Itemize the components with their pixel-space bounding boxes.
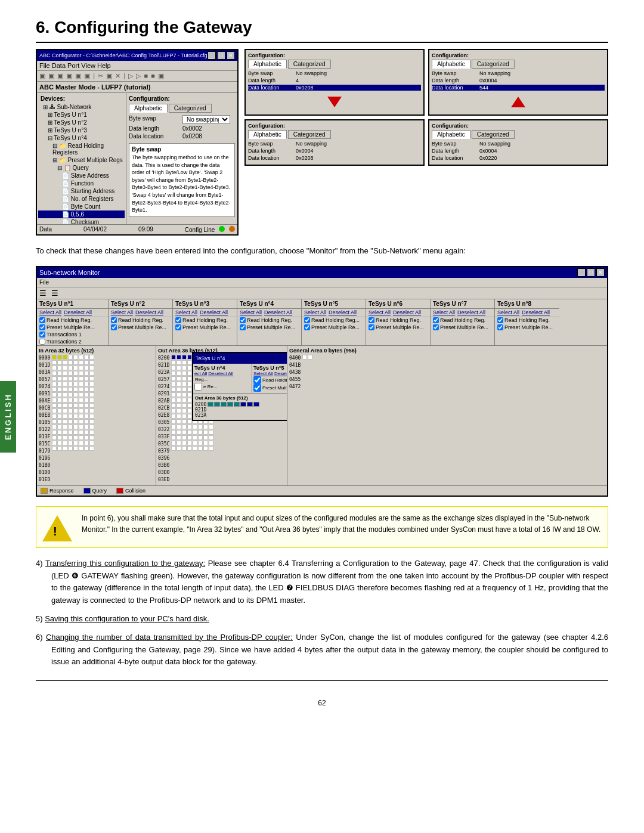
col3-desel-all[interactable]: Deselect All [200,309,228,315]
col2-chk2[interactable] [111,324,117,330]
col7-check-2[interactable]: Preset Multiple Re... [431,324,494,331]
config-tl-tab-alpha[interactable]: Alphabetic [248,60,287,69]
col4-chk2[interactable] [240,324,246,330]
col1-chk3[interactable] [39,332,45,337]
col8-chk1[interactable] [497,317,503,323]
inner-col5-chk-hold[interactable] [253,376,261,384]
byteswap-select[interactable]: No swapping [182,115,230,124]
tab-categorized[interactable]: Categorized [169,104,212,113]
col4-sel-row: Select All Deselect All [237,309,301,317]
config-tr-tab-cat[interactable]: Categorized [472,60,515,69]
tree-query[interactable]: ⊟ 📋 Query [38,164,125,172]
inner-col4-chk1[interactable]: e Re... [194,383,250,391]
config-bl-tab-alpha[interactable]: Alphabetic [248,130,287,139]
col6-check-1[interactable]: Read Holding Reg. [366,317,430,324]
col3-check-2[interactable]: Preset Multiple Re... [173,324,237,331]
col8-sel-all[interactable]: Select All [497,309,519,315]
col1-check-4[interactable]: Transactions 2 [37,338,108,345]
minimize-button[interactable]: _ [208,51,216,60]
col8-check-2[interactable]: Preset Multiple Re... [495,324,559,331]
col1-check-3[interactable]: Transactions 1 [37,331,108,338]
col8-check-1[interactable]: Read Holding Reg. [495,317,559,324]
col7-chk1[interactable] [433,317,439,323]
col6-check-2[interactable]: Preset Multiple Re... [366,324,430,331]
monitor-menubar[interactable]: File [37,278,607,287]
tree-slave-addr[interactable]: 📄 Slave Address [38,172,125,179]
tree-tesys4[interactable]: ⊟ TeSys U n°4 [38,134,125,142]
col7-chk2[interactable] [433,324,439,330]
col1-check-2[interactable]: Preset Multiple Re... [37,324,108,331]
col1-sel-all[interactable]: Select All [39,309,61,315]
tree-starting-addr[interactable]: 📄 Starting Address [38,187,125,195]
tree-read-holding[interactable]: ⊟ 📁 Read Holding Registers [38,142,125,156]
status-time: 09:09 [138,226,153,233]
col2-chk1[interactable] [111,317,117,323]
col2-sel-all[interactable]: Select All [111,309,133,315]
col5-chk2[interactable] [304,324,310,330]
inner-col5-deselall[interactable]: Deselect All [274,371,287,376]
col4-desel-all[interactable]: Deselect All [264,309,292,315]
col5-chk1[interactable] [304,317,310,323]
config-tr-tab-alpha[interactable]: Alphabetic [432,60,470,69]
col5-desel-all[interactable]: Deselect All [329,309,357,315]
tree-preset-multiple[interactable]: ⊞ 📁 Preset Multiple Regs [38,156,125,164]
tab-alphabetic[interactable]: Alphabetic [129,104,168,113]
col6-chk1[interactable] [369,317,374,323]
close-button[interactable]: ✕ [227,51,235,60]
col1-desel-all[interactable]: Deselect All [64,309,92,315]
col8-desel-all[interactable]: Deselect All [522,309,550,315]
col7-desel-all[interactable]: Deselect All [457,309,485,315]
inner-col4-deselall[interactable]: Deselect All [208,371,233,376]
col7-check-1[interactable]: Read Holding Reg. [431,317,494,324]
tree-sub-network[interactable]: ⊞ 🖧 Sub-Network [38,103,125,111]
col3-sel-all[interactable]: Select All [175,309,197,315]
abc-menubar[interactable]: File Data Port View Help [37,61,237,71]
maximize-button[interactable]: □ [217,51,225,60]
col1-chk1[interactable] [39,317,45,323]
col4-check-2[interactable]: Preset Multiple Re... [237,324,301,331]
tree-num-registers[interactable]: 📄 No. of Registers [38,195,125,203]
tree-byte-count[interactable]: 📄 Byte Count [38,203,125,210]
tree-tesys1[interactable]: ⊞ TeSys U n°1 [38,111,125,119]
inner-chk-preset[interactable] [194,383,202,391]
config-tl-dl-label: Data length [248,78,296,83]
monitor-maximize[interactable]: □ [587,268,595,277]
col4-check-1[interactable]: Read Holding Reg. [237,317,301,324]
config-bl-tab-cat[interactable]: Categorized [288,130,331,139]
col6-chk2[interactable] [369,324,374,330]
inner-col5-chk-preset[interactable] [253,384,261,392]
col3-chk2[interactable] [175,324,181,330]
col1-check-1[interactable]: Read Holding Reg. [37,317,108,324]
col2-check-2[interactable]: Preset Multiple Re... [109,324,172,331]
col5-check-2[interactable]: Preset Multiple Re... [302,324,366,331]
col7-sel-all[interactable]: Select All [433,309,455,315]
col1-chk4[interactable] [39,339,45,345]
col3-chk1[interactable] [175,317,181,323]
tree-056[interactable]: 📄 0,5,6 [38,210,125,218]
col2-check-1[interactable]: Read Holding Reg. [109,317,172,324]
col3-check-1[interactable]: Read Holding Reg. [173,317,237,324]
config-br-tab-cat[interactable]: Categorized [472,130,515,139]
monitor-minimize[interactable]: _ [577,268,586,277]
col6-desel-all[interactable]: Deselect All [393,309,421,315]
col2-desel-all[interactable]: Deselect All [135,309,163,315]
inner-col5-chk1[interactable]: Read Holding Reg... [253,376,287,384]
inner-col4-selall[interactable]: ect All [194,371,207,376]
config-tl-tab-cat[interactable]: Categorized [288,60,331,69]
config-br-tab-alpha[interactable]: Alphabetic [432,130,470,139]
col8-chk2[interactable] [497,324,503,330]
inner-col5-selrow: Select All Deselect All [253,371,287,376]
col4-chk1[interactable] [240,317,246,323]
monitor-close[interactable]: ✕ [596,268,605,277]
tree-tesys2[interactable]: ⊞ TeSys U n°2 [38,119,125,126]
inner-col5-chk2[interactable]: Preset Multiple Re... [253,384,287,392]
col5-sel-all[interactable]: Select All [304,309,326,315]
col6-sel-all[interactable]: Select All [369,309,391,315]
col1-chk2[interactable] [39,324,45,330]
tree-checksum[interactable]: 📄 Checksum [38,218,125,224]
tree-tesys3[interactable]: ⊞ TeSys U n°3 [38,126,125,134]
tree-function[interactable]: 📄 Function [38,179,125,187]
col5-check-1[interactable]: Read Holding Reg... [302,317,366,324]
inner-col5-selall[interactable]: Select All [253,371,273,376]
col4-sel-all[interactable]: Select All [240,309,262,315]
